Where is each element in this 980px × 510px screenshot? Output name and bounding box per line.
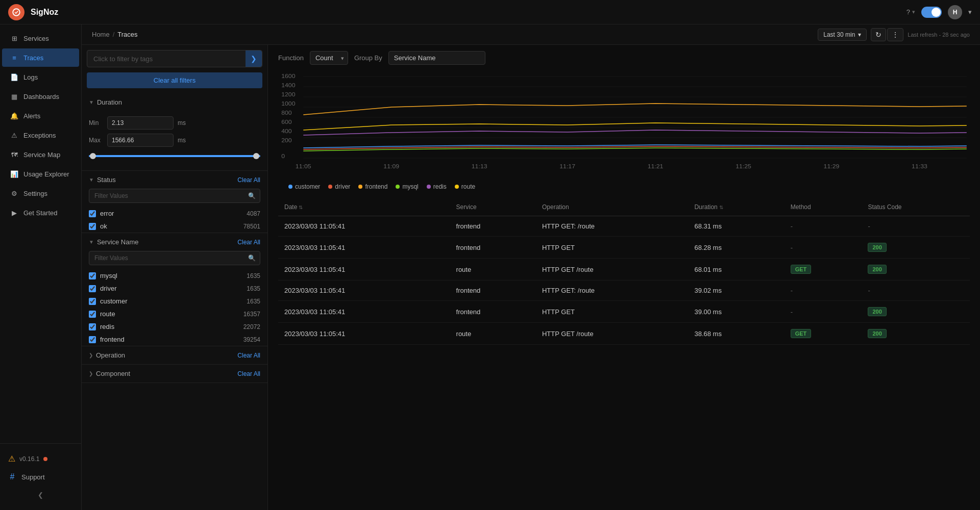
- refresh-settings-button[interactable]: ⋮: [887, 28, 903, 41]
- max-duration-input[interactable]: [107, 134, 174, 147]
- service-name-section-header[interactable]: ▼ Service Name Clear All: [82, 233, 267, 251]
- breadcrumb-home[interactable]: Home: [92, 31, 110, 38]
- refresh-buttons: ↻ ⋮: [871, 28, 903, 41]
- sidebar-item-dashboards[interactable]: ▦ Dashboards: [2, 87, 79, 106]
- duration-slider[interactable]: [89, 151, 260, 161]
- clear-operation-button[interactable]: Clear All: [237, 352, 260, 359]
- table-row[interactable]: 2023/03/03 11:05:41 frontend HTTP GET 68…: [278, 237, 970, 259]
- service-driver-count: 1635: [240, 285, 260, 292]
- cell-operation: HTTP GET: [536, 237, 688, 259]
- component-section-header[interactable]: ❯ Component Clear All: [82, 365, 267, 382]
- status-item-error: error 4087: [82, 207, 267, 220]
- status-filter-input[interactable]: [89, 189, 244, 202]
- cell-operation: HTTP GET /route: [536, 323, 688, 345]
- avatar[interactable]: H: [948, 5, 962, 19]
- slider-thumb-max[interactable]: [253, 153, 259, 159]
- service-frontend-checkbox[interactable]: [89, 336, 96, 343]
- max-label: Max: [89, 137, 103, 144]
- method-dash: -: [791, 308, 793, 316]
- chart-legend: customer driver frontend mysql: [278, 181, 970, 194]
- breadcrumb: Home / Traces: [92, 31, 138, 38]
- table-row[interactable]: 2023/03/03 11:05:41 frontend HTTP GET: /…: [278, 280, 970, 301]
- service-mysql: mysql 1635: [82, 269, 267, 282]
- cell-service: frontend: [450, 301, 536, 323]
- sidebar-collapse-button[interactable]: ❮: [0, 486, 81, 504]
- svg-text:11:09: 11:09: [383, 164, 399, 169]
- service-route-checkbox[interactable]: [89, 311, 96, 318]
- time-range-label: Last 30 min: [823, 31, 855, 38]
- clear-component-button[interactable]: Clear All: [237, 370, 260, 377]
- col-duration[interactable]: Duration: [688, 198, 784, 216]
- service-driver: driver 1635: [82, 282, 267, 295]
- legend-mysql-label: mysql: [402, 183, 418, 190]
- cell-date: 2023/03/03 11:05:41: [278, 323, 450, 345]
- duration-inputs: Min ms Max ms: [82, 111, 267, 170]
- logo-icon: [8, 4, 24, 20]
- bell-icon: 🔔: [10, 112, 18, 120]
- cell-duration: 68.31 ms: [688, 216, 784, 237]
- min-duration-input[interactable]: [107, 116, 174, 130]
- sidebar-item-get-started[interactable]: ▶ Get Started: [2, 203, 79, 222]
- sidebar-item-services[interactable]: ⊞ Services: [2, 29, 79, 47]
- service-mysql-checkbox[interactable]: [89, 272, 96, 279]
- table-row[interactable]: 2023/03/03 11:05:41 frontend HTTP GET: /…: [278, 216, 970, 237]
- time-range-picker[interactable]: Last 30 min ▾: [818, 29, 867, 41]
- groupby-input[interactable]: [388, 51, 485, 65]
- status-filter-search: 🔍: [89, 189, 260, 203]
- chart-table-area: Function Count Group By 1600: [268, 45, 980, 510]
- table-row[interactable]: 2023/03/03 11:05:41 route HTTP GET /rout…: [278, 323, 970, 345]
- cell-status-code: 200: [862, 301, 970, 323]
- service-customer-checkbox[interactable]: [89, 298, 96, 305]
- tag-filter-input[interactable]: [87, 51, 246, 67]
- sidebar-item-traces[interactable]: ≡ Traces: [2, 48, 79, 67]
- status-section: ▼ Status Clear All 🔍 error 4087: [82, 171, 267, 233]
- col-service: Service: [450, 198, 536, 216]
- more-options-button[interactable]: ▾: [968, 8, 972, 16]
- cell-status-code: -: [862, 216, 970, 237]
- sidebar-item-settings[interactable]: ⚙ Settings: [2, 184, 79, 202]
- sidebar-item-exceptions[interactable]: ⚠ Exceptions: [2, 126, 79, 144]
- service-driver-checkbox[interactable]: [89, 285, 96, 292]
- service-redis: redis 22072: [82, 320, 267, 333]
- col-date[interactable]: Date: [278, 198, 450, 216]
- table-row[interactable]: 2023/03/03 11:05:41 route HTTP GET /rout…: [278, 259, 970, 280]
- cell-operation: HTTP GET: /route: [536, 280, 688, 301]
- function-label: Function: [278, 54, 304, 62]
- status-section-title: Status: [97, 176, 116, 184]
- sidebar-item-logs[interactable]: 📄 Logs: [2, 68, 79, 86]
- slider-thumb-min[interactable]: [90, 153, 96, 159]
- service-name-search-icon[interactable]: 🔍: [244, 252, 260, 264]
- sidebar-item-service-map[interactable]: 🗺 Service Map: [2, 145, 79, 164]
- clear-status-button[interactable]: Clear All: [237, 176, 260, 184]
- svg-text:11:25: 11:25: [736, 164, 751, 169]
- theme-toggle[interactable]: [921, 7, 942, 18]
- filter-submit-button[interactable]: ❯: [246, 50, 262, 67]
- table-row[interactable]: 2023/03/03 11:05:41 frontend HTTP GET 39…: [278, 301, 970, 323]
- status-search-icon[interactable]: 🔍: [244, 190, 260, 201]
- svg-text:400: 400: [281, 129, 292, 134]
- sidebar-item-label: Services: [23, 35, 49, 42]
- chart-container: 1600 1400 1200 1000 800 600 400 200 0: [268, 69, 980, 198]
- cell-duration: 39.00 ms: [688, 301, 784, 323]
- warning-icon: ⚠: [8, 454, 15, 464]
- svg-text:11:21: 11:21: [648, 164, 664, 169]
- status-section-header[interactable]: ▼ Status Clear All: [82, 171, 267, 189]
- status-ok-checkbox[interactable]: [89, 223, 96, 230]
- component-section-title: Component: [96, 370, 130, 377]
- status-error-checkbox[interactable]: [89, 210, 96, 217]
- legend-customer: customer: [288, 183, 320, 190]
- sidebar-item-alerts[interactable]: 🔔 Alerts: [2, 107, 79, 125]
- clear-service-name-button[interactable]: Clear All: [237, 239, 260, 246]
- sidebar-item-usage-explorer[interactable]: 📊 Usage Explorer: [2, 165, 79, 183]
- help-button[interactable]: ? ▾: [906, 8, 915, 16]
- service-redis-checkbox[interactable]: [89, 323, 96, 330]
- sidebar-item-support[interactable]: # Support: [0, 468, 81, 486]
- refresh-button[interactable]: ↻: [871, 28, 886, 41]
- duration-section-header[interactable]: ▼ Duration: [82, 93, 267, 111]
- operation-section-header[interactable]: ❯ Operation Clear All: [82, 346, 267, 364]
- function-select[interactable]: Count: [310, 51, 348, 65]
- clear-all-filters-button[interactable]: Clear all filters: [87, 72, 262, 88]
- breadcrumb-separator: /: [113, 31, 115, 38]
- cell-operation: HTTP GET /route: [536, 259, 688, 280]
- service-name-filter-input[interactable]: [89, 251, 244, 265]
